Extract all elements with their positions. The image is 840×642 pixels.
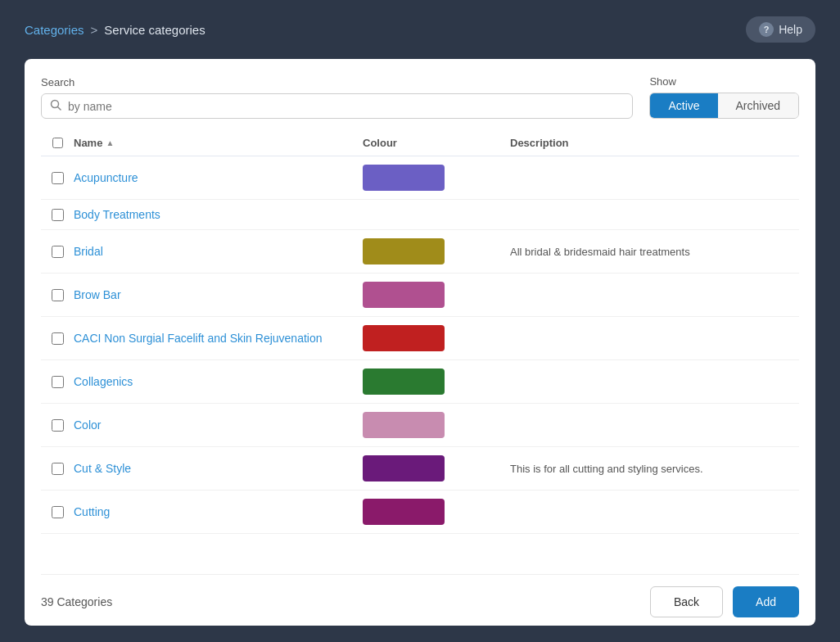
show-label: Show [649,75,676,88]
row-description: All bridal & bridesmaid hair treatments [510,246,799,258]
color-swatch[interactable] [363,325,445,351]
row-checkbox-cell [41,463,74,475]
color-swatch[interactable] [363,238,445,264]
row-checkbox-cell [41,246,74,258]
row-name[interactable]: Brow Bar [74,288,363,301]
table-row: Brow Bar [41,274,799,317]
top-bar: Categories > Service categories ? Help [25,16,815,43]
row-color-cell [363,455,510,482]
footer-buttons: Back Add [650,586,799,617]
th-checkbox [41,137,74,149]
color-swatch[interactable] [363,455,445,482]
row-checkbox-cell [41,172,74,184]
th-colour: Colour [363,137,510,149]
svg-line-1 [58,107,61,111]
row-name[interactable]: Bridal [74,245,363,258]
row-checkbox[interactable] [52,463,64,475]
sort-arrow-icon: ▲ [106,138,114,147]
row-checkbox-cell [41,332,74,345]
question-mark-icon: ? [759,22,774,37]
row-checkbox[interactable] [52,332,64,345]
search-input-wrap [41,93,633,119]
row-checkbox[interactable] [52,376,64,388]
search-icon [50,99,61,113]
table-row: Acupuncture [41,156,799,200]
color-swatch[interactable] [363,282,445,308]
row-checkbox[interactable] [52,172,64,184]
row-checkbox-cell [41,209,74,221]
color-swatch[interactable] [363,368,445,395]
table-row: Cutting [41,491,799,534]
table-row: BridalAll bridal & bridesmaid hair treat… [41,230,799,274]
row-checkbox[interactable] [52,506,64,518]
row-name[interactable]: Acupuncture [74,171,363,184]
row-color-cell [363,325,510,351]
row-checkbox-cell [41,506,74,518]
row-checkbox-cell [41,419,74,432]
table-row: Collagenics [41,360,799,404]
row-name[interactable]: CACI Non Surgial Facelift and Skin Rejuv… [74,332,363,345]
row-color-cell [363,282,510,308]
row-name[interactable]: Collagenics [74,375,363,388]
page: Categories > Service categories ? Help S… [0,0,840,642]
th-name[interactable]: Name ▲ [74,137,363,149]
color-swatch[interactable] [363,412,445,438]
row-name[interactable]: Cut & Style [74,462,363,475]
add-button[interactable]: Add [733,586,799,617]
toggle-group: Active Archived [649,93,799,119]
footer: 39 Categories Back Add [41,574,799,617]
categories-count: 39 Categories [41,595,112,608]
table-body: AcupunctureBody TreatmentsBridalAll brid… [41,156,799,571]
color-swatch[interactable] [363,165,445,191]
content-area: Search Show Active Archived [25,59,815,626]
show-section: Show Active Archived [649,75,799,119]
row-checkbox-cell [41,289,74,301]
row-color-cell [363,412,510,438]
row-checkbox[interactable] [52,289,64,301]
row-checkbox[interactable] [52,246,64,258]
search-input[interactable] [68,100,624,113]
table-row: Body Treatments [41,200,799,230]
th-description: Description [510,137,799,149]
row-description: This is for all cutting and styling serv… [510,463,799,475]
row-color-cell [363,165,510,191]
row-name[interactable]: Cutting [74,505,363,518]
toggle-active-button[interactable]: Active [650,93,717,118]
breadcrumb-current: Service categories [104,23,205,37]
toolbar: Search Show Active Archived [41,75,799,119]
back-button[interactable]: Back [650,586,723,617]
table-row: CACI Non Surgial Facelift and Skin Rejuv… [41,317,799,360]
row-checkbox[interactable] [52,209,64,221]
breadcrumb: Categories > Service categories [25,23,205,37]
row-checkbox-cell [41,376,74,388]
breadcrumb-parent-link[interactable]: Categories [25,23,84,37]
help-button-label: Help [779,23,802,36]
help-button[interactable]: ? Help [746,16,815,43]
th-name-label: Name [74,137,102,149]
breadcrumb-separator: > [91,23,98,37]
row-color-cell [363,238,510,264]
table-header: Name ▲ Colour Description [41,132,799,156]
color-swatch[interactable] [363,499,445,525]
row-name[interactable]: Color [74,418,363,432]
table-row: Cut & StyleThis is for all cutting and s… [41,447,799,491]
row-checkbox[interactable] [52,419,64,432]
select-all-checkbox[interactable] [52,138,63,148]
search-section: Search [41,76,633,119]
search-label: Search [41,76,633,88]
toggle-archived-button[interactable]: Archived [718,93,798,118]
row-color-cell [363,368,510,395]
row-name[interactable]: Body Treatments [74,208,363,221]
row-color-cell [363,499,510,525]
table-row: Color [41,404,799,447]
